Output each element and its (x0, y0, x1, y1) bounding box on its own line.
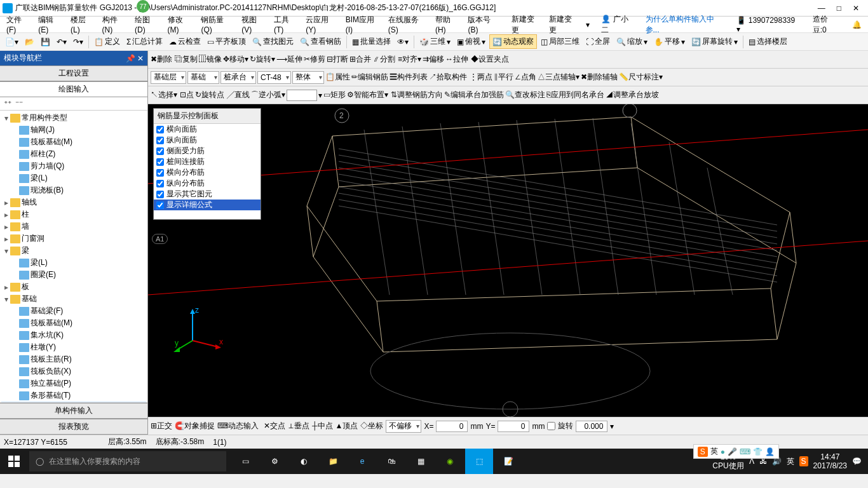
prop-btn[interactable]: 📋属性 (325, 72, 350, 83)
rot-check[interactable] (547, 422, 555, 430)
rect-btn[interactable]: ▭矩形 (323, 90, 346, 100)
rebar-option[interactable]: 桩间连接筋 (154, 156, 261, 167)
tree-item[interactable]: 梁(L) (1, 172, 146, 184)
menu-mod[interactable]: 修改(M) (165, 13, 196, 36)
copy-btn[interactable]: ⿻复制 (175, 54, 198, 65)
menu-online[interactable]: 在线服务(S) (386, 13, 430, 36)
rebar-option[interactable]: 横向面筋 (154, 124, 261, 135)
menu-file[interactable]: 文件(F) (4, 13, 33, 36)
tree-item[interactable]: 集水坑(K) (1, 329, 146, 341)
snap-perp[interactable]: ⊥垂点 (288, 421, 309, 431)
task-store[interactable]: 🛍 (377, 449, 405, 474)
tree-item[interactable]: 基础梁(F) (1, 305, 146, 317)
start-button[interactable] (0, 449, 28, 474)
tree-item[interactable]: ▸柱 (1, 208, 146, 220)
local3d-btn[interactable]: ◫局部三维 (538, 35, 582, 48)
dynview-btn[interactable]: 🔄动态观察 (489, 34, 537, 49)
flatroof-btn[interactable]: ▭平齐板顶 (205, 35, 248, 48)
tab-draw-input[interactable]: 绘图输入 (0, 81, 147, 97)
tree-item[interactable]: ▾基础 (1, 293, 146, 305)
cloudchk-btn[interactable]: ☁云检查 (166, 35, 203, 48)
rebar-panel[interactable]: 钢筋显示控制面板 横向面筋纵向面筋侧面受力筋桩间连接筋横向分布筋纵向分布筋显示其… (153, 108, 261, 220)
task-app5[interactable]: 📝 (494, 449, 522, 474)
x-input[interactable]: 0 (436, 421, 468, 432)
offset-combo[interactable]: 不偏移 (386, 420, 421, 433)
menu-gxe[interactable]: 👤广小二 (599, 13, 640, 37)
merge-btn[interactable]: ⊞合并 (349, 54, 371, 65)
tree-item[interactable]: 柱墩(Y) (1, 341, 146, 353)
category-combo[interactable]: 基础 (187, 71, 219, 84)
osnap-toggle[interactable]: 🧲对象捕捉 (175, 421, 215, 431)
align-btn[interactable]: ≡对齐▾ (398, 54, 421, 65)
tree-item[interactable]: 剪力墙(Q) (1, 160, 146, 172)
close-panel-icon[interactable]: ✕ (137, 54, 144, 63)
menu-tool[interactable]: 工具(T) (271, 13, 301, 36)
menu-rebar[interactable]: 钢筋量(Q) (198, 13, 236, 36)
hide-icon[interactable]: 👁▾ (395, 36, 411, 48)
tree-item[interactable]: 筏板负筋(X) (1, 365, 146, 377)
task-ggj[interactable]: ⬚ (465, 449, 493, 474)
tree-item[interactable]: 轴网(J) (1, 124, 146, 136)
scrrot-btn[interactable]: 🔄屏幕旋转▾ (689, 35, 740, 48)
tree-item[interactable]: 现浇板(B) (1, 184, 146, 196)
rotate-btn[interactable]: ↻旋转▾ (250, 54, 275, 65)
tree-item[interactable]: ▸轴线 (1, 196, 146, 208)
menu-floor[interactable]: 楼层(L) (68, 13, 97, 36)
chklbl-btn[interactable]: 🔍查改标注 (505, 90, 545, 100)
rebar-option[interactable]: 纵向面筋 (154, 135, 261, 146)
taskview-icon[interactable]: ▭ (231, 449, 259, 474)
component-tree[interactable]: ▾常用构件类型轴网(J)筏板基础(M)框柱(Z)剪力墙(Q)梁(L)现浇板(B)… (0, 111, 147, 402)
tree-item[interactable]: 独立基础(P) (1, 377, 146, 390)
line-btn[interactable]: ╱直线 (227, 90, 250, 100)
menu-ver[interactable]: 版本号(B) (465, 13, 503, 36)
rebar-option[interactable]: 显示详细公式 (154, 200, 261, 210)
offset-btn[interactable]: ⇉偏移 (423, 54, 444, 65)
tree-item[interactable]: ▸门窗洞 (1, 233, 146, 245)
rebar-option[interactable]: 横向分布筋 (154, 167, 261, 178)
dyninput-toggle[interactable]: ⌨动态输入 (217, 421, 259, 431)
menu-draw[interactable]: 绘图(D) (132, 13, 163, 36)
menu-help[interactable]: 帮助(H) (433, 13, 463, 36)
y-input[interactable]: 0 (498, 421, 529, 432)
menu-comp[interactable]: 构件(N) (100, 13, 130, 36)
task-app3[interactable]: ▦ (407, 449, 435, 474)
expand-icon[interactable]: ⁺⁺ (4, 99, 11, 108)
tray-ime[interactable]: 英 (787, 456, 794, 467)
snap-cross[interactable]: ✕交点 (264, 421, 285, 431)
tab-single-input[interactable]: 单构件输入 (0, 403, 147, 419)
point-btn[interactable]: ⊡点 (180, 90, 194, 100)
delaux-btn[interactable]: ✖删除辅轴 (581, 72, 618, 83)
rebar-option[interactable]: 纵向分布筋 (154, 178, 261, 189)
tree-item[interactable]: 条形基础(T) (1, 390, 146, 402)
parallel-btn[interactable]: ∥平行 (494, 72, 513, 83)
item-combo[interactable]: CT-48 (257, 71, 291, 84)
notification-badge[interactable]: 77 (137, 0, 149, 13)
new-icon[interactable]: 📄▾ (3, 36, 21, 48)
close-icon[interactable]: ✕ (853, 4, 859, 13)
floor-combo[interactable]: 基础层 (151, 71, 186, 84)
task-app4[interactable]: ◉ (436, 449, 464, 474)
pan-btn[interactable]: ✋平移▾ (651, 35, 688, 48)
smart-btn[interactable]: ⚙智能布置▾ (347, 90, 388, 100)
split-btn[interactable]: ⫽分割 (372, 54, 395, 65)
snap-mid[interactable]: ┼中点 (312, 421, 333, 431)
minimize-icon[interactable]: — (818, 4, 825, 13)
taskbar-search[interactable]: ◯ 在这里输入你要搜索的内容 (29, 451, 226, 471)
editcap-btn[interactable]: ✎编辑承台加强筋 (444, 90, 504, 100)
tab-project-settings[interactable]: 工程设置 (0, 65, 147, 81)
tab-report[interactable]: 报表预览 (0, 419, 147, 435)
tree-item[interactable]: 框柱(Z) (1, 148, 146, 160)
pin-icon[interactable]: 📌 (126, 54, 135, 63)
tray-sogou[interactable]: S (799, 456, 808, 466)
setgrip-btn[interactable]: ◆设置夹点 (471, 54, 509, 65)
ortho-toggle[interactable]: ⊞正交 (151, 421, 172, 431)
mirror-btn[interactable]: ⿲镜像 (199, 54, 222, 65)
undo-icon[interactable]: ↶▾ (54, 36, 69, 48)
tree-item[interactable]: 筏板基础(M) (1, 317, 146, 329)
menu-edit[interactable]: 编辑(E) (36, 13, 65, 36)
sumcalc-btn[interactable]: Σ汇总计算 (124, 35, 165, 48)
task-app1[interactable]: ⚙ (261, 449, 288, 474)
tree-item[interactable]: ▾梁 (1, 245, 146, 257)
adjslope-btn[interactable]: ◢调整承台放坡 (606, 90, 659, 100)
bell-icon[interactable]: 🔔 (850, 19, 864, 30)
